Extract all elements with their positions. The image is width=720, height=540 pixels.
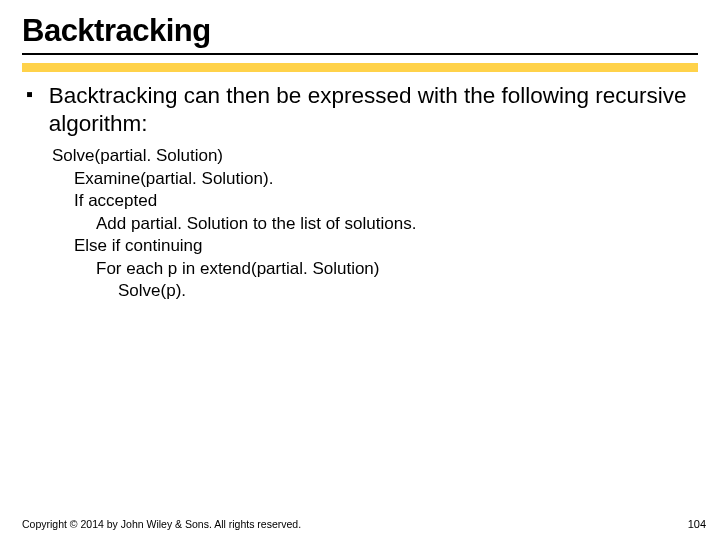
slide-body: ▪ Backtracking can then be expressed wit… — [22, 72, 698, 302]
page-number: 104 — [688, 518, 706, 530]
code-line: For each p in extend(partial. Solution) — [52, 258, 698, 280]
bullet-item: ▪ Backtracking can then be expressed wit… — [22, 82, 698, 137]
footer: Copyright © 2014 by John Wiley & Sons. A… — [22, 518, 706, 530]
code-line: Solve(partial. Solution) — [52, 145, 698, 167]
pseudocode-block: Solve(partial. Solution) Examine(partial… — [52, 145, 698, 302]
slide: Backtracking ▪ Backtracking can then be … — [0, 0, 720, 540]
code-line: Solve(p). — [52, 280, 698, 302]
title-underline — [22, 53, 698, 63]
code-line: Add partial. Solution to the list of sol… — [52, 213, 698, 235]
bullet-square-icon: ▪ — [26, 82, 35, 106]
slide-title: Backtracking — [22, 14, 698, 47]
bullet-text: Backtracking can then be expressed with … — [49, 82, 698, 137]
code-line: Else if continuing — [52, 235, 698, 257]
copyright-text: Copyright © 2014 by John Wiley & Sons. A… — [22, 518, 301, 530]
code-line: If accepted — [52, 190, 698, 212]
code-line: Examine(partial. Solution). — [52, 168, 698, 190]
accent-bar — [22, 63, 698, 72]
